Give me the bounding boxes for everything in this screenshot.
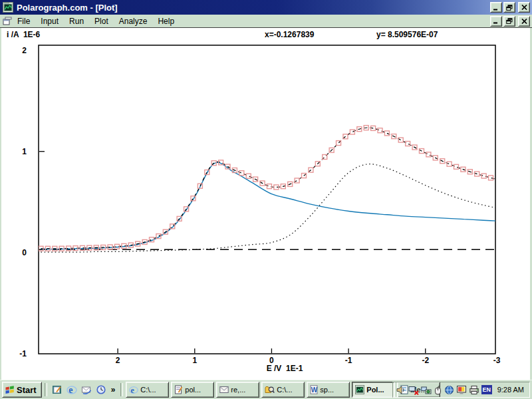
menu-help[interactable]: Help: [152, 16, 180, 27]
plot-client-area: i /A 1E-6 x=-0.1267839 y= 8.509576E-07 E…: [0, 28, 532, 380]
outlook-express-icon[interactable]: [80, 383, 92, 396]
restore-icon: [506, 5, 513, 11]
media-clock-icon[interactable]: [95, 383, 107, 396]
menu-file[interactable]: File: [12, 16, 35, 27]
polarograph-scope-icon: [355, 385, 364, 394]
printer-icon[interactable]: [469, 385, 479, 395]
plot-canvas[interactable]: 210-1-2-3210-1: [1, 28, 530, 380]
task-label: C:\...: [140, 386, 156, 394]
task-button-polarograph-active[interactable]: Pol...: [352, 382, 395, 398]
task-button-sp[interactable]: W sp...: [307, 382, 350, 398]
start-label: Start: [17, 385, 37, 395]
menu-plot[interactable]: Plot: [89, 16, 114, 27]
menu-run[interactable]: Run: [64, 16, 89, 27]
document-pen-icon: [174, 385, 183, 394]
svg-text:0: 0: [22, 248, 27, 257]
svg-text:2: 2: [116, 356, 120, 365]
task-label: Pol...: [366, 386, 384, 394]
restore-button[interactable]: [503, 2, 515, 13]
task-button-re[interactable]: re,...: [216, 382, 259, 398]
language-indicator[interactable]: EN: [481, 385, 492, 394]
svg-text:-3: -3: [493, 356, 501, 365]
restore-icon: [506, 18, 513, 24]
internet-globe-icon[interactable]: [444, 385, 454, 395]
menu-bar: File Input Run Plot Analyze Help: [0, 15, 532, 28]
svg-text:e: e: [131, 386, 135, 394]
quick-launch-bar: e »: [50, 383, 118, 396]
show-desktop-icon[interactable]: [51, 383, 63, 396]
svg-text:-1: -1: [19, 349, 27, 358]
minimize-button[interactable]: [490, 2, 502, 13]
system-tray: EN 9:28 AM: [392, 382, 530, 398]
taskbar-separator: [43, 383, 49, 396]
svg-text:0: 0: [269, 356, 274, 365]
windows-logo-icon: [5, 385, 15, 394]
dialup-connection-icon[interactable]: [421, 385, 432, 395]
svg-text:e: e: [68, 385, 72, 395]
taskbar-clock: 9:28 AM: [497, 386, 524, 394]
mouse-icon[interactable]: [434, 385, 442, 395]
volume-icon[interactable]: [396, 385, 406, 395]
desktop: Polarograph.com - [Plot] File Input Run: [0, 0, 532, 399]
task-label: sp...: [320, 386, 334, 394]
svg-text:W: W: [311, 386, 318, 394]
title-bar: Polarograph.com - [Plot]: [0, 0, 532, 15]
quick-launch-more-button[interactable]: »: [110, 385, 117, 394]
svg-text:-2: -2: [422, 356, 429, 365]
child-restore-button[interactable]: [503, 16, 515, 27]
network-offline-icon[interactable]: [408, 385, 419, 395]
taskbar: Start e » e C:\...: [0, 380, 532, 399]
start-button[interactable]: Start: [2, 382, 42, 398]
task-label: C:\...: [277, 386, 292, 394]
svg-text:-1: -1: [345, 356, 352, 365]
window-title: Polarograph.com - [Plot]: [17, 3, 489, 13]
menu-input[interactable]: Input: [35, 16, 64, 27]
task-button-ie[interactable]: e C:\...: [126, 382, 169, 398]
internet-explorer-icon[interactable]: e: [66, 383, 78, 396]
task-label: pol...: [185, 386, 201, 394]
internet-explorer-icon: e: [129, 385, 138, 394]
word-document-icon: W: [310, 385, 318, 394]
task-label: re,...: [231, 386, 245, 394]
minimize-icon: [493, 18, 499, 24]
display-settings-icon[interactable]: [456, 385, 467, 395]
task-button-strip: e C:\... pol... re,... C:\... W sp...: [126, 382, 390, 398]
close-button[interactable]: [518, 2, 530, 13]
search-folder-icon: [265, 385, 275, 394]
svg-text:2: 2: [22, 46, 27, 55]
task-button-search[interactable]: C:\...: [261, 382, 305, 398]
svg-text:1: 1: [22, 147, 27, 156]
minimize-icon: [493, 5, 499, 11]
close-icon: [521, 19, 527, 24]
polarograph-app-icon[interactable]: [3, 2, 13, 13]
email-icon: [219, 386, 229, 394]
plot-window-menu-icon[interactable]: [3, 17, 12, 25]
task-button-pol[interactable]: pol...: [171, 382, 214, 398]
child-close-button[interactable]: [518, 16, 530, 27]
child-minimize-button[interactable]: [490, 16, 502, 27]
taskbar-separator: [119, 383, 124, 396]
close-icon: [521, 5, 527, 10]
menu-analyze[interactable]: Analyze: [114, 16, 153, 27]
svg-text:1: 1: [192, 356, 197, 365]
